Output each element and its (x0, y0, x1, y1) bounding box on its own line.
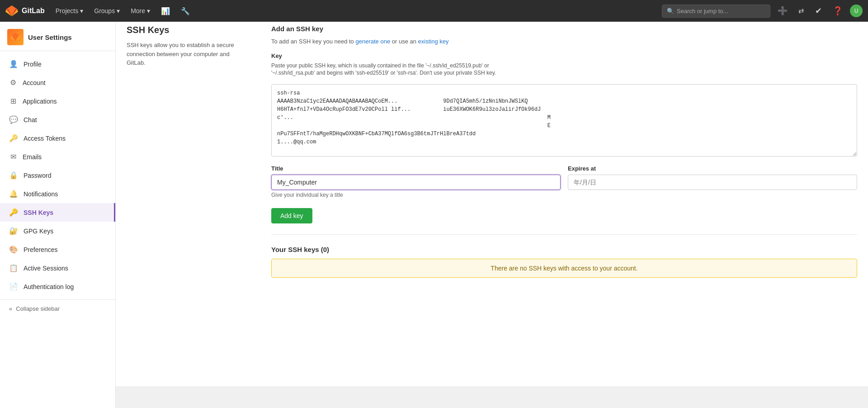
title-field-label: Title (271, 165, 561, 172)
sidebar-item-chat[interactable]: 💬 Chat (0, 110, 115, 129)
no-keys-banner: There are no SSH keys with access to you… (271, 259, 857, 278)
title-input[interactable] (271, 175, 561, 190)
notifications-icon: 🔔 (9, 190, 18, 198)
ssh-key-textarea[interactable]: ssh-rsa AAAAB3NzaC1yc2EAAAADAQABAAABAQCo… (271, 84, 857, 157)
your-ssh-keys-section: Your SSH keys (0) There are no SSH keys … (271, 246, 857, 278)
sidebar-logo (7, 29, 24, 45)
key-field-hint: Paste your public SSH key, which is usua… (271, 62, 857, 77)
your-keys-title: Your SSH keys (0) (271, 246, 857, 253)
sidebar-item-account[interactable]: ⚙ Account (0, 73, 115, 92)
sidebar-label-ssh-keys: SSH Keys (24, 209, 53, 216)
sidebar-label-profile: Profile (24, 61, 42, 68)
access-tokens-icon: 🔑 (9, 134, 18, 142)
existing-key-link[interactable]: existing key (418, 38, 449, 45)
nav-groups[interactable]: Groups ▾ (90, 5, 123, 16)
user-avatar[interactable]: U (850, 5, 863, 17)
expires-input[interactable] (568, 175, 857, 190)
sidebar-header: User Settings (0, 22, 115, 51)
add-key-button[interactable]: Add key (271, 208, 312, 223)
key-field-label: Key (271, 52, 857, 59)
account-icon: ⚙ (9, 78, 17, 87)
gitlab-logo[interactable]: GitLab (5, 5, 45, 17)
no-keys-message: There are no SSH keys with access to you… (491, 265, 637, 272)
page-description: SSH keys allow you to establish a secure… (127, 41, 250, 67)
sidebar-label-gpg-keys: GPG Keys (24, 228, 53, 235)
emails-icon: ✉ (9, 152, 17, 161)
search-placeholder: Search or jump to... (677, 8, 728, 14)
global-search-bar[interactable]: 🔍 Search or jump to... (662, 5, 770, 18)
add-ssh-key-section: Add an SSH key To add an SSH key you nee… (271, 25, 857, 223)
applications-icon: ⊞ (9, 97, 17, 105)
sidebar-item-emails[interactable]: ✉ Emails (0, 147, 115, 166)
sidebar-label-account: Account (23, 79, 46, 86)
expires-field-group: Expires at (568, 165, 857, 198)
sidebar-item-active-sessions[interactable]: 📋 Active Sessions (0, 259, 115, 277)
activity-chart-icon[interactable]: 📊 (157, 5, 174, 17)
chevron-down-icon: ▾ (80, 7, 83, 14)
ssh-keys-icon: 🔑 (9, 208, 18, 217)
main-content: User Settings > SSH Keys SSH Keys SSH ke… (116, 0, 868, 386)
title-expires-row: Title Give your individual key a title E… (271, 165, 857, 198)
collapse-sidebar-button[interactable]: « Collapse sidebar (0, 299, 115, 318)
sidebar-item-notifications[interactable]: 🔔 Notifications (0, 185, 115, 203)
create-new-icon[interactable]: ➕ (774, 4, 791, 18)
merge-request-icon[interactable]: ⇄ (795, 5, 808, 17)
sidebar-title: User Settings (28, 33, 72, 41)
profile-icon: 👤 (9, 60, 18, 68)
gpg-keys-icon: 🔐 (9, 227, 18, 235)
sidebar-item-gpg-keys[interactable]: 🔐 GPG Keys (0, 222, 115, 240)
sidebar-item-auth-log[interactable]: 📄 Authentication log (0, 277, 115, 296)
sidebar-item-profile[interactable]: 👤 Profile (0, 55, 115, 73)
nav-more[interactable]: More ▾ (127, 5, 154, 16)
content-area: SSH Keys SSH keys allow you to establish… (116, 18, 868, 292)
chevron-down-icon: ▾ (147, 7, 150, 14)
active-sessions-icon: 📋 (9, 264, 18, 272)
title-field-hint: Give your individual key a title (271, 192, 561, 198)
sidebar-label-preferences: Preferences (24, 246, 57, 253)
page-title: SSH Keys (127, 25, 250, 35)
gitlab-wordmark: GitLab (22, 7, 45, 15)
left-column: SSH Keys SSH keys allow you to establish… (127, 25, 271, 278)
title-field-group: Title Give your individual key a title (271, 165, 561, 198)
collapse-icon: « (9, 305, 12, 312)
sidebar-nav: 👤 Profile ⚙ Account ⊞ Applications 💬 Cha… (0, 51, 115, 321)
chevron-down-icon: ▾ (117, 7, 120, 14)
add-section-title: Add an SSH key (271, 25, 857, 33)
sidebar-label-notifications: Notifications (24, 190, 58, 198)
chat-icon: 💬 (9, 115, 18, 124)
sidebar-label-access-tokens: Access Tokens (24, 135, 66, 142)
help-icon[interactable]: ❓ (829, 4, 846, 18)
sidebar-item-password[interactable]: 🔒 Password (0, 166, 115, 185)
preferences-icon: 🎨 (9, 245, 18, 254)
sidebar-item-preferences[interactable]: 🎨 Preferences (0, 240, 115, 259)
sidebar-label-emails: Emails (23, 153, 42, 161)
right-column: Add an SSH key To add an SSH key you nee… (271, 25, 857, 278)
sidebar-label-applications: Applications (23, 98, 57, 105)
sidebar-label-chat: Chat (24, 116, 37, 123)
search-icon: 🔍 (667, 8, 674, 14)
sidebar-item-applications[interactable]: ⊞ Applications (0, 92, 115, 110)
add-help-text: To add an SSH key you need to generate o… (271, 37, 857, 46)
auth-log-icon: 📄 (9, 282, 18, 291)
section-divider (271, 234, 857, 235)
password-icon: 🔒 (9, 171, 18, 180)
sidebar-label-password: Password (24, 172, 51, 179)
sidebar-item-access-tokens[interactable]: 🔑 Access Tokens (0, 129, 115, 147)
nav-projects[interactable]: Projects ▾ (52, 5, 87, 16)
todos-icon[interactable]: ✔ (811, 4, 826, 18)
generate-link[interactable]: generate one (355, 38, 390, 45)
sidebar-item-ssh-keys[interactable]: 🔑 SSH Keys (0, 203, 115, 222)
top-navigation: GitLab Projects ▾ Groups ▾ More ▾ 📊 🔧 🔍 … (0, 0, 868, 22)
sidebar-label-auth-log: Authentication log (24, 283, 74, 290)
sidebar: User Settings 👤 Profile ⚙ Account ⊞ Appl… (0, 22, 116, 386)
sidebar-label-active-sessions: Active Sessions (24, 265, 68, 272)
admin-wrench-icon[interactable]: 🔧 (177, 5, 193, 17)
expires-field-label: Expires at (568, 165, 857, 172)
